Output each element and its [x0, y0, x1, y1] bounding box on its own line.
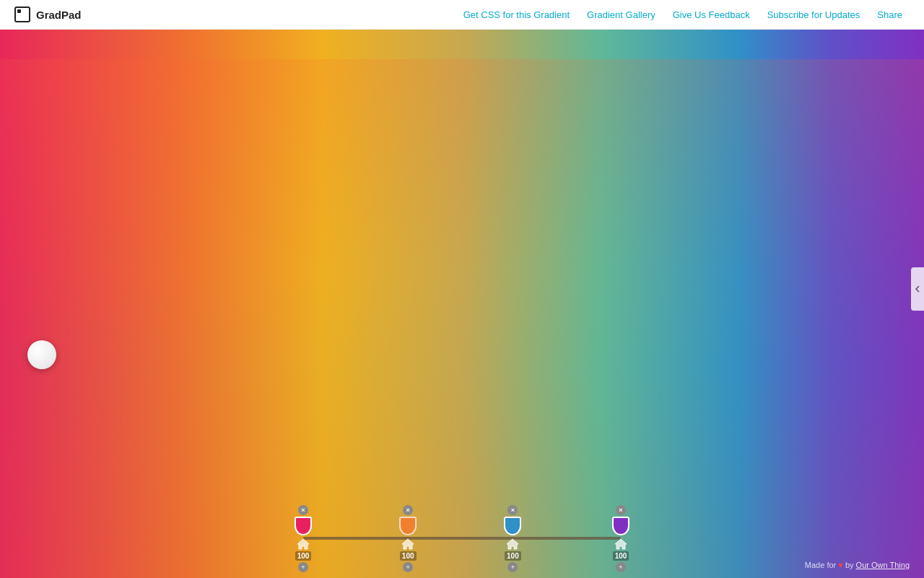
stop-4-add[interactable]: +	[616, 562, 626, 572]
footer-link[interactable]: Our Own Thing	[856, 561, 910, 569]
stop-1-add[interactable]: +	[298, 562, 308, 572]
nav-feedback[interactable]: Give Us Feedback	[666, 9, 757, 20]
stop-4-house-icon[interactable]	[614, 537, 628, 551]
stops-track: × 100 + × 100 + ×	[303, 506, 621, 571]
color-stop-3: × 100 +	[504, 505, 521, 572]
logo-dot	[17, 9, 21, 13]
stop-4-value: 100	[613, 551, 629, 561]
nav-get-css[interactable]: Get CSS for this Gradient	[456, 9, 577, 20]
color-stops-area: × 100 + × 100 + ×	[0, 491, 924, 578]
logo[interactable]: GradPad	[14, 7, 82, 22]
color-stop-1: × 100 +	[295, 505, 312, 572]
stop-3-value: 100	[505, 551, 521, 561]
heart-icon: ♥	[838, 561, 843, 569]
svg-marker-1	[402, 539, 414, 549]
footer: Made for ♥ by Our Own Thing	[805, 561, 910, 569]
right-panel-tab[interactable]	[911, 267, 924, 311]
nav-gallery[interactable]: Gradient Gallery	[580, 9, 663, 20]
stop-1-value: 100	[295, 551, 312, 561]
logo-text: GradPad	[36, 9, 82, 21]
stop-1-house-icon[interactable]	[296, 537, 310, 551]
stop-3-add[interactable]: +	[507, 562, 518, 572]
stop-3-shield[interactable]	[504, 517, 521, 535]
stop-2-house-icon[interactable]	[401, 537, 415, 551]
stop-1-shield[interactable]	[295, 517, 312, 535]
gradient-background[interactable]: × 100 + × 100 + ×	[0, 30, 924, 578]
svg-marker-0	[297, 539, 309, 549]
chevron-left-icon	[915, 285, 920, 293]
stop-2-value: 100	[400, 551, 417, 561]
color-stop-4: × 100 +	[612, 505, 629, 572]
svg-marker-2	[507, 539, 518, 549]
footer-made-for: Made for	[805, 561, 836, 569]
color-stop-2: × 100 +	[399, 505, 417, 572]
stop-2-shield[interactable]	[399, 517, 417, 535]
stop-3-delete[interactable]: ×	[507, 505, 518, 515]
stop-2-delete[interactable]: ×	[403, 505, 413, 515]
draggable-orb[interactable]	[27, 340, 56, 369]
header: GradPad Get CSS for this Gradient Gradie…	[0, 0, 924, 30]
stop-1-delete[interactable]: ×	[298, 505, 308, 515]
stop-4-delete[interactable]: ×	[616, 505, 626, 515]
stop-3-house-icon[interactable]	[505, 537, 520, 551]
nav-share[interactable]: Share	[870, 9, 910, 20]
nav: Get CSS for this Gradient Gradient Galle…	[456, 9, 910, 20]
svg-marker-3	[615, 539, 627, 549]
footer-by: by	[845, 561, 856, 569]
track-line	[303, 537, 621, 540]
logo-icon	[14, 7, 30, 22]
nav-subscribe[interactable]: Subscribe for Updates	[760, 9, 868, 20]
stop-4-shield[interactable]	[612, 517, 629, 535]
stop-2-add[interactable]: +	[403, 562, 413, 572]
